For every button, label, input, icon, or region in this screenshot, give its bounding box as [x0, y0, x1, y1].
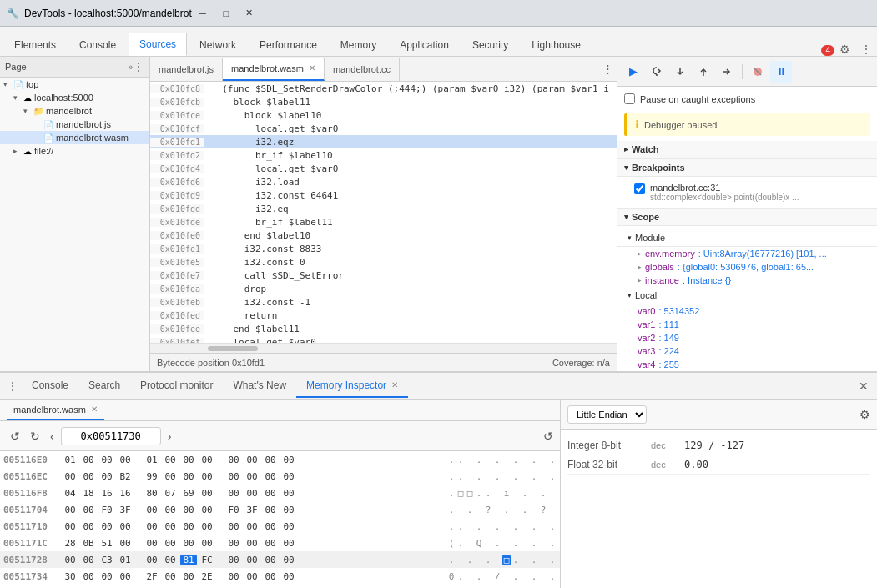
tab-application[interactable]: Application [389, 33, 460, 56]
close-button[interactable]: ✕ [239, 5, 260, 22]
local-arrow-icon: ▾ [628, 291, 632, 299]
local-label: Local [635, 290, 657, 300]
source-tab-wasm-close[interactable]: ✕ [309, 63, 315, 73]
settings-button[interactable]: ⚙ [834, 43, 855, 56]
scope-section-header[interactable]: ▾ Scope [617, 209, 877, 226]
scope-content: ▾ Module ▸ env.memory: Uint8Array(167772… [617, 226, 877, 371]
pause-caught-exceptions-label: Pause on caught exceptions [640, 94, 755, 104]
step-into-button[interactable] [669, 61, 691, 83]
endian-select[interactable]: Little Endian Big Endian [567, 405, 647, 424]
local-section-header[interactable]: ▾ Local [617, 287, 877, 304]
integer-8bit-value: 129 / -127 [684, 440, 744, 451]
hex-row: 0051171C 280B5100 00000000 00000000 (. Q… [0, 535, 560, 551]
resume-button[interactable]: ▶ [622, 61, 644, 83]
float-32bit-row: Float 32-bit dec 0.00 [567, 455, 870, 475]
tree-item-mandelbrot-dir[interactable]: ▾ 📁 mandelbrot [0, 104, 149, 118]
more-button[interactable]: ⋮ [855, 43, 877, 56]
deactivate-breakpoints-button[interactable] [747, 61, 769, 83]
memory-address-input[interactable] [61, 427, 161, 445]
bottom-panel-close-button[interactable]: ✕ [854, 379, 874, 393]
code-line: 0x010fce block $label10 [150, 108, 617, 122]
scope-section: ▾ Scope ▾ Module ▸ env.memory: Uint8Arr [617, 209, 877, 371]
memory-wasm-tab-close[interactable]: ✕ [91, 405, 98, 414]
code-line: 0x010fd9 i32.const 64641 [150, 188, 617, 202]
source-area: mandelbrot.js mandelbrot.wasm ✕ mandelbr… [150, 57, 617, 371]
memory-redo-button[interactable]: ↻ [27, 428, 43, 445]
breakpoints-list: mandelbrot.cc:31 std::complex<double> po… [617, 177, 877, 208]
instance-arrow-icon: ▸ [638, 276, 642, 284]
file-tree-menu-btn[interactable]: ⋮ [133, 60, 144, 73]
maximize-button[interactable]: □ [215, 5, 237, 22]
scope-item-env-memory[interactable]: ▸ env.memory: Uint8Array(16777216) [101,… [617, 247, 877, 260]
watch-section: ▸ Watch [617, 141, 877, 159]
source-wrapper: 0x010fc8 (func $SDL_SetRenderDrawColor (… [150, 82, 617, 343]
pause-on-exceptions-button[interactable]: ⏸ [770, 61, 792, 83]
memory-wasm-tab[interactable]: mandelbrot.wasm ✕ [7, 400, 104, 420]
code-line: 0x010fe1 i32.const 8833 [150, 242, 617, 255]
module-section-header[interactable]: ▾ Module [617, 229, 877, 247]
tree-item-mandelbrot-js[interactable]: 📄 mandelbrot.js [0, 118, 149, 131]
source-tab-mandelbrot-wasm[interactable]: mandelbrot.wasm ✕ [223, 58, 325, 81]
scope-item-var1[interactable]: var1: 111 [617, 318, 877, 331]
bottom-tab-search[interactable]: Search [78, 374, 130, 398]
bottom-menu-button[interactable]: ⋮ [3, 379, 22, 393]
bottom-tab-console[interactable]: Console [22, 374, 78, 398]
tab-elements[interactable]: Elements [3, 33, 67, 56]
tree-item-localhost[interactable]: ▾ ☁ localhost:5000 [0, 91, 149, 104]
source-horizontal-scroll[interactable] [150, 343, 617, 353]
scope-item-var4[interactable]: var4: 255 [617, 358, 877, 371]
scope-item-var3[interactable]: var3: 224 [617, 344, 877, 358]
code-line: 0x010feb i32.const -1 [150, 295, 617, 309]
watch-section-header[interactable]: ▸ Watch [617, 141, 877, 158]
tree-item-file[interactable]: ▸ ☁ file:// [0, 144, 149, 158]
scope-item-globals[interactable]: ▸ globals: {global0: 5306976, global1: 6… [617, 260, 877, 274]
hex-row: 005116E0 01000000 01000000 00000000 .. .… [0, 451, 560, 468]
tree-item-top[interactable]: ▾ 📄 top [0, 78, 149, 91]
tree-item-mandelbrot-wasm[interactable]: 📄 mandelbrot.wasm [0, 131, 149, 144]
memory-navigation-bar: ↺ ↻ ‹ › ↺ [0, 421, 560, 451]
source-tab-mandelbrot-js[interactable]: mandelbrot.js [150, 58, 223, 81]
tab-memory[interactable]: Memory [330, 33, 387, 56]
tab-console[interactable]: Console [68, 33, 127, 56]
source-tab-menu-btn[interactable]: ⋮ [602, 63, 613, 75]
minimize-button[interactable]: ─ [192, 5, 214, 22]
breakpoint-detail: std::complex<double> point((double)x ... [650, 193, 799, 202]
memory-undo-button[interactable]: ↺ [7, 428, 23, 445]
top-tab-bar: Elements Console Sources Network Perform… [0, 27, 877, 57]
pause-exceptions-section: Pause on caught exceptions [617, 90, 877, 108]
bottom-tab-whats-new[interactable]: What's New [223, 374, 296, 398]
tab-performance[interactable]: Performance [249, 33, 328, 56]
memory-info-settings-button[interactable]: ⚙ [859, 408, 870, 421]
breakpoint-label: mandelbrot.cc:31 [650, 183, 799, 193]
scope-item-instance[interactable]: ▸ instance: Instance {} [617, 274, 877, 287]
scope-item-var2[interactable]: var2: 149 [617, 331, 877, 344]
bottom-tab-protocol-monitor[interactable]: Protocol monitor [130, 374, 223, 398]
tab-lighthouse[interactable]: Lighthouse [521, 33, 592, 56]
breakpoint-checkbox[interactable] [634, 183, 645, 194]
memory-prev-button[interactable]: ‹ [47, 428, 58, 445]
float-32bit-format: dec [651, 460, 684, 470]
code-line: 0x010fed return [150, 309, 617, 322]
step-over-button[interactable] [646, 61, 668, 83]
step-button[interactable] [716, 61, 738, 83]
pause-icon: ℹ [635, 118, 639, 131]
memory-next-button[interactable]: › [164, 428, 175, 445]
file-tree: Page » ⋮ ▾ 📄 top ▾ ☁ localhost:500 [0, 57, 150, 371]
scope-item-var0[interactable]: var0: 5314352 [617, 304, 877, 318]
bottom-tab-memory-inspector[interactable]: Memory Inspector ✕ [296, 374, 408, 398]
source-tab-mandelbrot-cc[interactable]: mandelbrot.cc [325, 58, 400, 81]
memory-inspector-tab-close[interactable]: ✕ [391, 380, 398, 389]
breakpoints-section-header[interactable]: ▾ Breakpoints [617, 159, 877, 177]
tab-security[interactable]: Security [461, 33, 519, 56]
tab-network[interactable]: Network [189, 33, 247, 56]
pause-caught-exceptions-checkbox[interactable] [624, 93, 635, 104]
code-line: 0x010fe5 i32.const 0 [150, 255, 617, 269]
memory-hex-display: 005116E0 01000000 01000000 00000000 .. .… [0, 451, 560, 588]
pause-caught-exceptions-row: Pause on caught exceptions [617, 90, 877, 108]
step-out-button[interactable] [693, 61, 714, 83]
memory-refresh-button[interactable]: ↺ [543, 430, 553, 443]
devtools-panel: Elements Console Sources Network Perform… [0, 27, 877, 588]
left-panel: Page » ⋮ ▾ 📄 top ▾ ☁ localhost:500 [0, 57, 617, 371]
source-code[interactable]: 0x010fc8 (func $SDL_SetRenderDrawColor (… [150, 82, 617, 343]
tab-sources[interactable]: Sources [129, 33, 187, 56]
